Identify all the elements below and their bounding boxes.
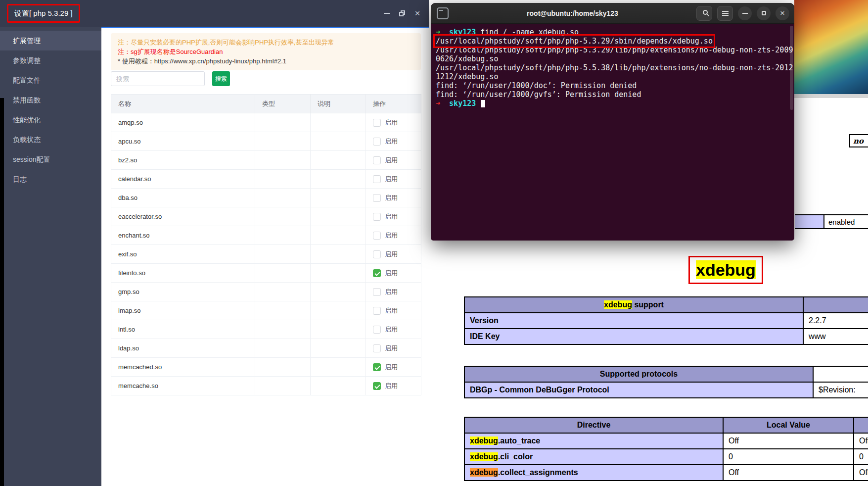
enable-checkbox[interactable] <box>373 307 381 315</box>
extension-row: dba.so启用 <box>111 189 421 207</box>
extension-desc <box>311 320 366 339</box>
enable-checkbox[interactable] <box>373 382 381 390</box>
enable-checkbox[interactable] <box>373 138 381 146</box>
window-controls: × <box>382 0 422 27</box>
extension-name: bz2.so <box>111 151 255 170</box>
minimize-icon <box>742 13 748 14</box>
support-key: Version <box>464 313 803 329</box>
extension-row: ldap.so启用 <box>111 339 421 358</box>
search-button[interactable]: 搜索 <box>212 71 230 86</box>
terminal-close-button[interactable]: × <box>776 6 789 20</box>
directive-name: xdebug.cli_color <box>464 449 723 465</box>
extension-name: gmp.so <box>111 283 255 301</box>
enable-checkbox[interactable] <box>373 194 381 202</box>
support-value: 2.2.7 <box>803 313 868 329</box>
annotation-box-logo: xdebug <box>688 256 763 284</box>
extension-desc <box>311 132 366 151</box>
extension-type <box>255 207 311 226</box>
enabled-text: enabled <box>828 218 855 226</box>
minimize-button[interactable] <box>382 9 391 18</box>
sidebar-item-配置文件[interactable]: 配置文件 <box>0 70 101 90</box>
sidebar-item-禁用函数[interactable]: 禁用函数 <box>0 90 101 110</box>
support-value: www <box>803 329 868 344</box>
terminal-line: /usr/local/phpstudy/soft/php/php-5.3.29/… <box>436 46 794 54</box>
terminal-line: find: ‘/run/user/1000/doc’: Permission d… <box>436 81 794 90</box>
maximize-icon <box>762 11 766 15</box>
column-header: 操作 <box>366 95 421 113</box>
terminal-titlebar-actions: × <box>696 6 789 21</box>
terminal-scrollbar[interactable] <box>790 26 793 110</box>
enable-checkbox[interactable] <box>373 175 381 183</box>
extensions-table-wrap: 名称类型说明操作amqp.so启用apcu.so启用bz2.so启用calend… <box>111 94 421 395</box>
extension-action: 启用 <box>366 226 421 245</box>
sidebar-item-扩展管理[interactable]: 扩展管理 <box>0 31 101 50</box>
sidebar-item-参数调整[interactable]: 参数调整 <box>0 50 101 70</box>
find-highlight: xdebug <box>470 452 498 461</box>
extension-row: fileinfo.so启用 <box>111 264 421 283</box>
notice-line-3: * 使用教程：https://www.xp.cn/phpstudy-linux/… <box>118 56 414 66</box>
protocol-name: DBGp - Common DeBuGger Protocol <box>464 382 813 398</box>
enable-label: 启用 <box>385 138 398 145</box>
extension-name: dba.so <box>111 189 255 207</box>
enable-checkbox[interactable] <box>373 250 381 258</box>
extension-desc <box>311 245 366 264</box>
extension-desc <box>311 170 366 189</box>
directive-row: xdebug.cli_color00 <box>464 449 868 465</box>
sidebar-item-session配置[interactable]: session配置 <box>0 149 101 169</box>
sidebar-item-日志[interactable]: 日志 <box>0 169 101 189</box>
close-button[interactable]: × <box>413 9 422 18</box>
extension-name: memcached.so <box>111 358 255 377</box>
terminal-output[interactable]: ➜ sky123 find / -name xdebug.so/usr/loca… <box>431 24 794 241</box>
enable-checkbox[interactable] <box>373 213 381 221</box>
extension-action: 启用 <box>366 339 421 358</box>
sidebar-item-负载状态[interactable]: 负载状态 <box>0 130 101 149</box>
terminal-search-button[interactable] <box>696 6 712 21</box>
extension-row: gmp.so启用 <box>111 283 421 301</box>
extension-row: amqp.so启用 <box>111 113 421 132</box>
column-header: 类型 <box>255 95 311 113</box>
phpstudy-settings-window: 设置[ php 5.3.29 ] × 扩展管理参数调整配置文件禁用函数性能优化负… <box>0 0 429 486</box>
extension-desc <box>311 377 366 395</box>
extension-desc <box>311 339 366 358</box>
extension-row: apcu.so启用 <box>111 132 421 151</box>
terminal-app-icon[interactable] <box>437 7 449 19</box>
extension-type <box>255 113 311 132</box>
xdebug-logo-text: xdebug <box>696 260 756 279</box>
search-icon <box>703 10 708 15</box>
extension-type <box>255 151 311 170</box>
extension-type <box>255 264 311 283</box>
extension-action: 启用 <box>366 358 421 377</box>
terminal-line: 0626/xdebug.so <box>436 54 794 63</box>
enable-checkbox[interactable] <box>373 232 381 240</box>
enable-checkbox[interactable] <box>373 288 381 296</box>
hamburger-icon <box>722 13 729 14</box>
extension-type <box>255 358 311 377</box>
terminal-minimize-button[interactable] <box>738 6 752 20</box>
terminal-menu-button[interactable] <box>717 6 733 21</box>
restore-button[interactable] <box>398 9 407 18</box>
enable-label: 启用 <box>385 232 398 239</box>
extension-action: 启用 <box>366 132 421 151</box>
sidebar-item-性能优化[interactable]: 性能优化 <box>0 110 101 130</box>
annotation-box-path: /usr/local/phpstudy/soft/php/php-5.3.29/… <box>436 37 713 46</box>
annotation-box-title: 设置[ php 5.3.29 ] <box>7 4 80 23</box>
extension-desc <box>311 151 366 170</box>
enabled-cell: enabled <box>824 214 868 229</box>
enable-checkbox[interactable] <box>373 344 381 352</box>
terminal-maximize-button[interactable] <box>757 6 771 20</box>
enable-checkbox[interactable] <box>373 326 381 334</box>
extension-action: 启用 <box>366 170 421 189</box>
extension-desc <box>311 189 366 207</box>
extension-action: 启用 <box>366 113 421 132</box>
enable-checkbox[interactable] <box>373 156 381 164</box>
extension-action: 启用 <box>366 207 421 226</box>
enable-checkbox[interactable] <box>373 269 381 277</box>
extension-name: exif.so <box>111 245 255 264</box>
enable-checkbox[interactable] <box>373 363 381 371</box>
enable-checkbox[interactable] <box>373 119 381 127</box>
terminal-line: /usr/local/phpstudy/soft/php/php-5.3.29/… <box>436 37 794 46</box>
enable-label: 启用 <box>385 382 398 389</box>
search-input[interactable] <box>111 71 205 86</box>
support-key: IDE Key <box>464 329 803 344</box>
terminal-line: find: ‘/run/user/1000/gvfs’: Permission … <box>436 90 794 99</box>
